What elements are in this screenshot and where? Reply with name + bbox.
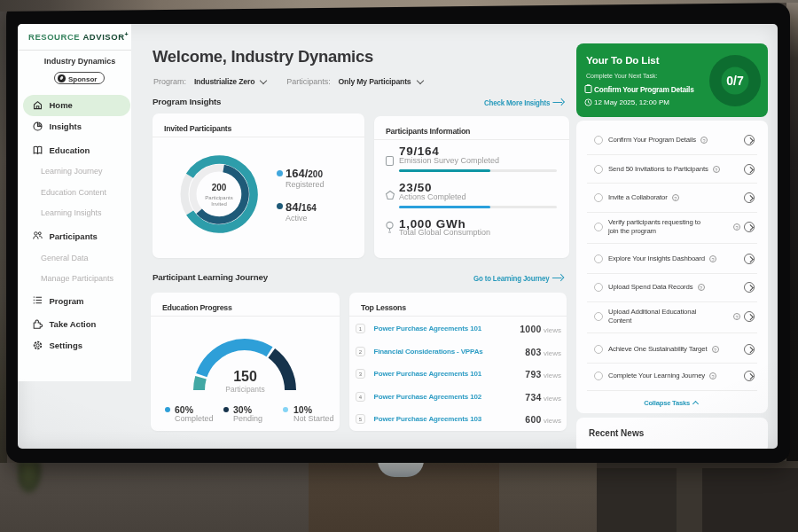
svg-text:200: 200 (212, 183, 227, 192)
svg-text:0/7: 0/7 (726, 74, 744, 88)
svg-text:Invited: Invited (211, 201, 227, 207)
svg-text:Participants: Participants (205, 195, 232, 200)
